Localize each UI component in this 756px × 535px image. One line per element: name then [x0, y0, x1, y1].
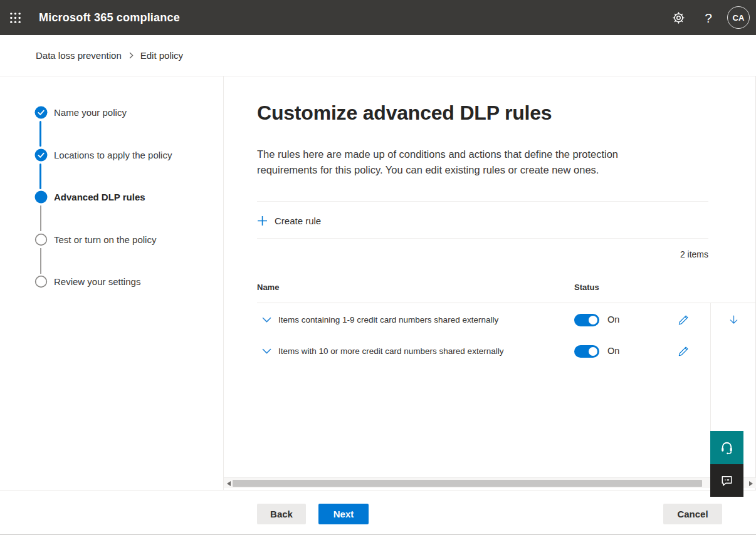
column-header-status[interactable]: Status [574, 283, 599, 292]
divider [257, 238, 708, 239]
scrollbar-thumb[interactable] [233, 480, 702, 487]
breadcrumb-item-edit-policy: Edit policy [140, 50, 183, 61]
headset-icon [719, 440, 735, 455]
feedback-icon [720, 474, 734, 488]
arrow-down-icon[interactable] [728, 314, 740, 328]
settings-button[interactable] [663, 0, 693, 35]
avatar[interactable]: CA [727, 6, 750, 29]
wizard-steps-sidebar: Name your policy Locations to apply the … [0, 76, 224, 490]
step-upcoming-icon [34, 233, 48, 246]
create-rule-label: Create rule [275, 216, 321, 226]
create-rule-button[interactable]: Create rule [257, 212, 321, 229]
main-content: Customize advanced DLP rules The rules h… [224, 76, 756, 490]
table-row: Items containing 1-9 credit card numbers… [224, 304, 756, 336]
app-launcher-button[interactable] [0, 0, 30, 35]
column-header-name[interactable]: Name [257, 283, 279, 292]
toggle-knob [589, 347, 597, 356]
help-icon: ? [705, 11, 712, 24]
toggle-knob [589, 316, 597, 325]
step-connector [39, 164, 41, 189]
plus-icon [257, 216, 268, 226]
divider [257, 201, 708, 202]
step-connector [40, 205, 41, 231]
rule-status-label: On [607, 346, 619, 356]
page-description: The rules here are made up of conditions… [257, 147, 666, 177]
step-completed-icon [34, 148, 48, 162]
wizard-footer: Back Next Cancel [0, 490, 756, 535]
rule-status-toggle[interactable] [574, 314, 599, 326]
support-button[interactable] [710, 431, 743, 464]
breadcrumb-item-dlp[interactable]: Data loss prevention [36, 50, 122, 61]
cancel-button[interactable]: Cancel [663, 504, 722, 524]
table-header-divider [257, 303, 756, 303]
rule-name[interactable]: Items with 10 or more credit card number… [278, 346, 503, 356]
back-button[interactable]: Back [257, 504, 306, 524]
step-completed-icon [34, 106, 48, 119]
sidebar-step-review-settings[interactable]: Review your settings [54, 275, 140, 288]
step-current-icon [34, 190, 48, 204]
feedback-button[interactable] [710, 464, 743, 497]
avatar-initials: CA [733, 13, 745, 23]
chevron-down-icon[interactable] [261, 314, 272, 328]
rule-name[interactable]: Items containing 1-9 credit card numbers… [278, 315, 498, 325]
help-button[interactable]: ? [693, 0, 723, 35]
breadcrumb: Data loss prevention Edit policy [0, 35, 756, 76]
sidebar-step-advanced-dlp-rules[interactable]: Advanced DLP rules [54, 190, 145, 204]
chevron-down-icon[interactable] [261, 346, 272, 359]
sidebar-step-locations[interactable]: Locations to apply the policy [54, 148, 172, 162]
step-connector [40, 248, 41, 274]
horizontal-scrollbar[interactable] [224, 477, 756, 488]
settings-icon [672, 11, 685, 24]
top-app-bar: Microsoft 365 compliance ? CA [0, 0, 756, 35]
scroll-arrow-right-icon[interactable] [746, 478, 756, 489]
app-launcher-icon [9, 12, 21, 24]
table-row: Items with 10 or more credit card number… [224, 336, 756, 367]
items-count: 2 items [257, 249, 708, 259]
page-title: Customize advanced DLP rules [257, 101, 552, 125]
step-connector [39, 121, 41, 147]
breadcrumb-chevron-icon [128, 51, 134, 60]
app-title: Microsoft 365 compliance [39, 11, 180, 24]
step-upcoming-icon [34, 275, 48, 288]
pencil-icon[interactable] [678, 314, 690, 328]
next-button[interactable]: Next [318, 504, 369, 524]
rule-status-label: On [607, 314, 619, 325]
pencil-icon[interactable] [678, 345, 690, 360]
sidebar-step-name-policy[interactable]: Name your policy [54, 106, 127, 119]
rule-status-toggle[interactable] [574, 345, 599, 358]
sidebar-step-test-policy[interactable]: Test or turn on the policy [54, 233, 156, 246]
